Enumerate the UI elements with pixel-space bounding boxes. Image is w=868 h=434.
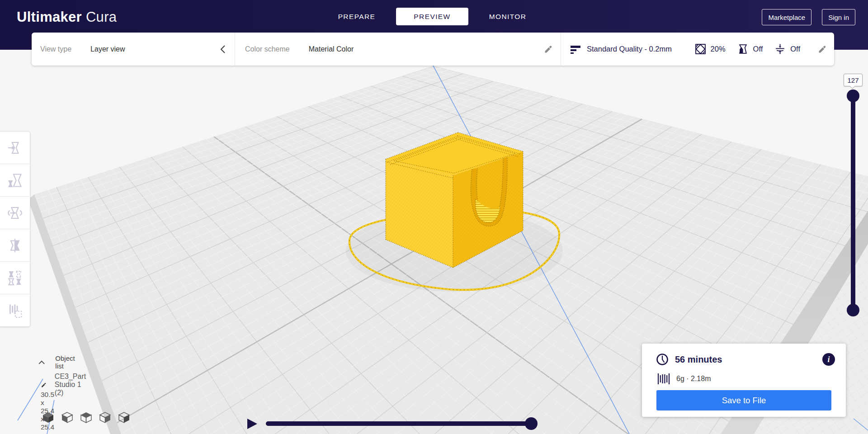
logo-ultimaker: Ultimaker bbox=[17, 9, 82, 25]
model-tools-sidebar bbox=[0, 131, 30, 327]
rotate-icon bbox=[7, 205, 23, 221]
scale-icon bbox=[7, 172, 23, 189]
layer-slider-track[interactable] bbox=[851, 96, 855, 310]
current-layer-value: 127 bbox=[847, 76, 859, 84]
view-type-value: Layer view bbox=[90, 45, 125, 53]
tool-rotate-button[interactable] bbox=[0, 196, 30, 229]
material-usage-row: 6g · 2.18m bbox=[656, 372, 711, 386]
view-cube-top-icon[interactable] bbox=[80, 411, 92, 424]
object-list-toggle[interactable]: Object list bbox=[38, 354, 77, 370]
print-time-estimate: 56 minutes bbox=[675, 354, 722, 365]
layers-icon bbox=[570, 44, 581, 55]
color-scheme-selector[interactable]: Color scheme Material Color bbox=[235, 33, 561, 66]
color-scheme-value: Material Color bbox=[309, 45, 354, 53]
infill-value: 20% bbox=[711, 45, 726, 53]
chevron-up-icon bbox=[38, 359, 45, 365]
per-model-settings-icon bbox=[7, 270, 23, 286]
object-list-title: Object list bbox=[55, 354, 77, 370]
adhesion-icon bbox=[774, 43, 786, 55]
print-summary-panel: 56 minutes i 6g · 2.18m Save to File bbox=[642, 344, 846, 417]
edit-pencil-icon bbox=[41, 380, 47, 390]
current-layer-indicator: 127 bbox=[844, 74, 863, 86]
tool-move-button[interactable] bbox=[0, 132, 30, 164]
play-button[interactable] bbox=[247, 418, 258, 429]
stage-tabs: PREPARE PREVIEW MONITOR bbox=[321, 8, 547, 25]
playback-scrubber-track[interactable] bbox=[266, 421, 533, 426]
tool-per-model-settings-button[interactable] bbox=[0, 261, 30, 294]
edit-print-settings-pencil-icon[interactable] bbox=[817, 44, 827, 54]
support-blocker-icon bbox=[7, 302, 23, 319]
infill-icon bbox=[695, 43, 706, 55]
tool-mirror-button[interactable] bbox=[0, 229, 30, 261]
print-profile-value: Standard Quality - 0.2mm bbox=[587, 45, 672, 53]
save-to-file-button[interactable]: Save to File bbox=[656, 390, 831, 410]
tab-prepare[interactable]: PREPARE bbox=[321, 8, 393, 25]
model-dimensions: 30.5 x 25.4 x 25.4 mm bbox=[41, 391, 54, 434]
support-value: Off bbox=[753, 45, 763, 53]
object-name: CE3_Part Studio 1 (2) bbox=[55, 373, 91, 397]
infill-setting: 20% bbox=[695, 43, 726, 55]
chevron-left-icon[interactable] bbox=[220, 45, 227, 54]
view-cube-right-icon[interactable] bbox=[118, 411, 130, 424]
tab-preview[interactable]: PREVIEW bbox=[396, 8, 468, 25]
print-settings-panel[interactable]: Standard Quality - 0.2mm 20% Off Off bbox=[561, 33, 834, 66]
adhesion-value: Off bbox=[790, 45, 800, 53]
view-toolbar: View type Layer view Color scheme Materi… bbox=[32, 33, 834, 66]
playback-scrubber-handle[interactable] bbox=[525, 417, 538, 430]
clock-icon bbox=[656, 353, 669, 366]
filament-spool-icon bbox=[656, 372, 670, 386]
view-cube-front-icon[interactable] bbox=[61, 411, 73, 424]
logo-cura: Cura bbox=[86, 9, 117, 25]
marketplace-button[interactable]: Marketplace bbox=[762, 9, 811, 25]
material-estimate: 6g · 2.18m bbox=[676, 375, 711, 383]
support-setting: Off bbox=[737, 43, 763, 55]
app-logo: Ultimaker Cura bbox=[17, 9, 117, 25]
tab-monitor[interactable]: MONITOR bbox=[472, 8, 544, 25]
view-cube-left-icon[interactable] bbox=[99, 411, 111, 424]
edit-color-scheme-pencil-icon[interactable] bbox=[543, 44, 553, 54]
layer-slider-bottom-handle[interactable] bbox=[847, 304, 859, 316]
camera-view-presets bbox=[42, 411, 130, 424]
sign-in-button[interactable]: Sign in bbox=[822, 9, 855, 25]
layer-slider-top-handle[interactable] bbox=[847, 90, 859, 102]
info-icon[interactable]: i bbox=[822, 353, 835, 366]
view-type-selector[interactable]: View type Layer view bbox=[32, 33, 235, 66]
tool-scale-button[interactable] bbox=[0, 164, 30, 196]
view-type-label: View type bbox=[40, 45, 71, 53]
mirror-icon bbox=[7, 237, 23, 254]
move-icon bbox=[7, 140, 23, 156]
tool-support-blocker-button[interactable] bbox=[0, 294, 30, 326]
adhesion-setting: Off bbox=[774, 43, 800, 55]
support-icon bbox=[737, 43, 749, 55]
print-time-row: 56 minutes i bbox=[656, 353, 835, 366]
header-actions: Marketplace Sign in bbox=[762, 9, 855, 25]
color-scheme-label: Color scheme bbox=[245, 45, 290, 53]
